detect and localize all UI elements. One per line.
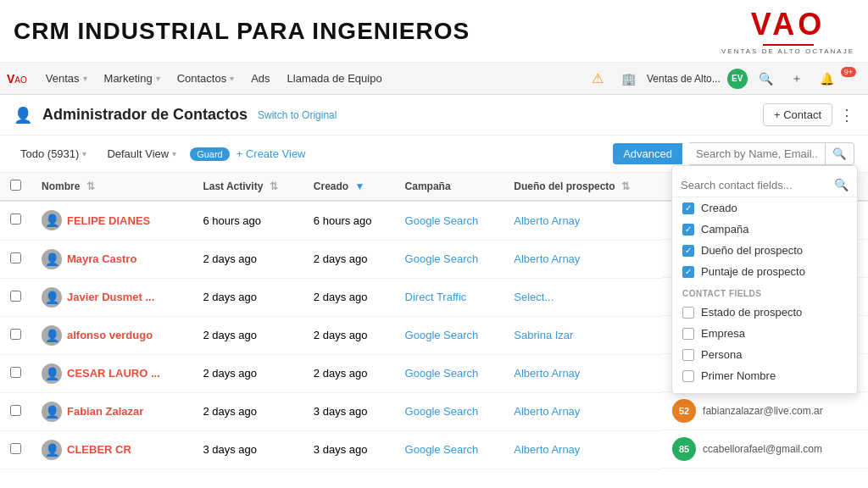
row-checkbox[interactable] — [0, 316, 31, 354]
contact-name-cell: 👤 CESAR LAURO ... — [31, 354, 192, 392]
col-nombre[interactable]: Nombre ⇅ — [31, 173, 192, 201]
owner-cell: Select... — [504, 278, 662, 316]
more-options-icon[interactable]: ⋮ — [839, 106, 854, 125]
owner-cell: Alberto Arnay — [504, 354, 662, 392]
page-header: 👤 Administrador de Contactos Switch to O… — [0, 95, 868, 136]
search-go-button[interactable]: 🔍 — [825, 143, 854, 164]
nav-item-contactos[interactable]: Contactos ▾ — [169, 63, 243, 95]
dropdown-unchecked-item[interactable]: Primer Nombre — [672, 365, 857, 386]
nav-item-marketing[interactable]: Marketing ▾ — [96, 63, 169, 95]
banner: CRM INDUSTRIAL PARA INGENIEROS VAO VENTA… — [0, 0, 868, 63]
create-view-link[interactable]: + Create View — [236, 147, 306, 160]
guard-badge[interactable]: Guard — [190, 147, 230, 161]
switch-to-original-link[interactable]: Switch to Original — [258, 109, 337, 121]
add-contact-button[interactable]: + Contact — [763, 103, 832, 126]
row-checkbox[interactable] — [0, 201, 31, 240]
contact-name-cell: 👤 FELIPE DIANES — [31, 201, 192, 240]
dropdown-unchecked-item[interactable]: Persona — [672, 344, 857, 365]
owner-cell: Alberto Arnay — [504, 392, 662, 430]
checkbox-unchecked-icon — [682, 349, 694, 361]
campaign-cell: Google Search — [395, 392, 504, 430]
dropdown-checked-item[interactable]: ✓Campaña — [672, 219, 857, 240]
campaign-cell: Google Search — [395, 316, 504, 354]
contact-name[interactable]: 👤 CESAR LAURO ... — [42, 363, 182, 384]
search-fields-input[interactable] — [681, 179, 829, 191]
dropdown-checked-item[interactable]: ✓Creado — [672, 197, 857, 219]
chevron-down-icon: ▾ — [172, 149, 176, 158]
col-creado[interactable]: Creado ▼ — [303, 173, 395, 201]
contact-name[interactable]: 👤 alfonso verdugo — [42, 325, 182, 346]
contact-avatar: 👤 — [42, 249, 62, 269]
row-checkbox[interactable] — [0, 278, 31, 316]
contact-name-cell: 👤 CLEBER CR — [31, 430, 192, 469]
last-activity-cell: 2 days ago — [192, 316, 303, 354]
contact-avatar: 👤 — [42, 325, 62, 346]
contact-avatar: 👤 — [42, 287, 62, 308]
checked-items: ✓Creado✓Campaña✓Dueño del prospecto✓Punt… — [672, 197, 857, 282]
user-avatar[interactable]: EV — [727, 69, 748, 89]
contact-name[interactable]: 👤 CLEBER CR — [42, 440, 182, 460]
col-campana[interactable]: Campaña — [395, 173, 504, 201]
bell-icon[interactable]: 🔔 — [815, 67, 839, 91]
created-cell: 2 days ago — [303, 240, 395, 278]
nav-logo: VAO — [7, 71, 27, 86]
building-icon: 🏢 — [616, 67, 640, 91]
unchecked-items: Estado de prospectoEmpresaPersonaPrimer … — [672, 302, 857, 386]
todo-filter[interactable]: Todo (5931) ▾ — [14, 144, 93, 164]
banner-title: CRM INDUSTRIAL PARA INGENIEROS — [14, 18, 470, 45]
row-checkbox[interactable] — [0, 392, 31, 430]
last-activity-cell: 6 hours ago — [192, 201, 303, 240]
default-view-filter[interactable]: Default View ▾ — [100, 144, 183, 164]
created-cell: 3 days ago — [303, 430, 395, 469]
contact-avatar: 👤 — [42, 210, 62, 230]
dropdown-checked-item[interactable]: ✓Dueño del prospecto — [672, 240, 857, 261]
last-activity-cell: 3 days ago — [192, 430, 303, 469]
score-cell: 85 ccabellorafael@gmail.com — [662, 430, 868, 469]
contacts-icon: 👤 — [14, 106, 32, 125]
main-nav: VAO Ventas ▾ Marketing ▾ Contactos ▾ Ads… — [0, 63, 868, 95]
owner-cell: Sabrina Izar — [504, 316, 662, 354]
contact-name[interactable]: 👤 Javier Dusmet ... — [42, 287, 182, 308]
dropdown-unchecked-item[interactable]: Estado de prospecto — [672, 302, 857, 323]
search-input[interactable] — [689, 143, 825, 164]
col-last-activity[interactable]: Last Activity ⇅ — [192, 173, 303, 201]
row-checkbox[interactable] — [0, 430, 31, 469]
contact-name[interactable]: 👤 Fabian Zalazar — [42, 402, 182, 422]
checkbox-unchecked-icon — [682, 328, 694, 340]
page-title: Administrador de Contactos — [42, 106, 248, 124]
contact-name[interactable]: 👤 FELIPE DIANES — [42, 210, 182, 230]
search-icon[interactable]: 🔍 — [754, 67, 778, 91]
add-icon[interactable]: ＋ — [785, 67, 809, 91]
created-cell: 3 days ago — [303, 392, 395, 430]
nav-item-ads[interactable]: Ads — [242, 63, 278, 95]
chevron-down-icon: ▾ — [156, 74, 160, 83]
row-checkbox[interactable] — [0, 354, 31, 392]
chevron-down-icon: ▾ — [82, 149, 86, 158]
score-badge: 52 — [672, 399, 696, 423]
checkbox-checked-icon: ✓ — [682, 245, 694, 257]
dropdown-unchecked-item[interactable]: Empresa — [672, 323, 857, 344]
vao-logo-text: VAO — [751, 7, 825, 42]
nav-item-ventas[interactable]: Ventas ▾ — [37, 63, 96, 95]
dropdown-item-label: Creado — [701, 202, 737, 214]
contact-name[interactable]: 👤 Mayra Castro — [42, 249, 182, 269]
header-actions: + Contact ⋮ — [763, 103, 854, 126]
col-dueno[interactable]: Dueño del prospecto ⇅ — [504, 173, 662, 201]
dropdown-item-label: Puntaje de prospecto — [701, 265, 805, 278]
created-cell: 2 days ago — [303, 354, 395, 392]
default-view-label: Default View — [107, 147, 169, 160]
email: fabianzalazar@live.com.ar — [703, 405, 823, 417]
row-checkbox[interactable] — [0, 240, 31, 278]
dropdown-item-label: Campaña — [701, 223, 748, 236]
score-badge: 85 — [672, 437, 696, 461]
owner-cell: Alberto Arnay — [504, 201, 662, 240]
advanced-button[interactable]: Advanced — [613, 143, 682, 164]
contact-avatar: 👤 — [42, 402, 62, 422]
checkbox-checked-icon: ✓ — [682, 224, 694, 236]
chevron-down-icon: ▾ — [83, 74, 87, 83]
select-all-checkbox[interactable] — [0, 173, 31, 201]
search-fields-row: 🔍 — [672, 173, 857, 197]
dropdown-checked-item[interactable]: ✓Puntaje de prospecto — [672, 261, 857, 282]
nav-item-llamada[interactable]: Llamada de Equipo — [279, 63, 391, 95]
warning-icon[interactable]: ⚠ — [586, 67, 609, 91]
